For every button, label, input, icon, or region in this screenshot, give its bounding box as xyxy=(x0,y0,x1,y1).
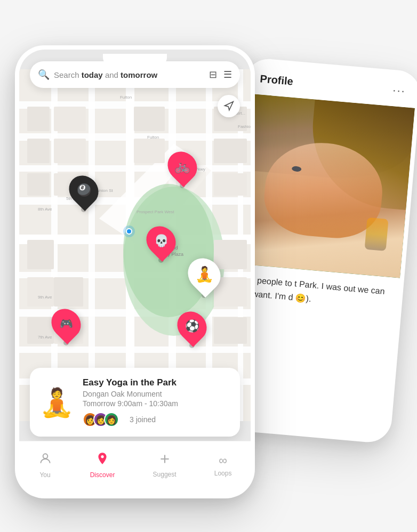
event-emoji: 🧘 xyxy=(39,389,74,416)
event-time: Tomorrow 9:00am - 10:30am xyxy=(83,399,230,408)
event-location: Dongan Oak Monument xyxy=(83,390,230,398)
avatar-3: 👩 xyxy=(104,412,119,427)
loops-label: Loops xyxy=(214,470,232,477)
you-label: You xyxy=(39,471,50,479)
event-title: Easy Yoga in the Park xyxy=(83,377,230,388)
svg-rect-22 xyxy=(27,139,50,163)
svg-rect-31 xyxy=(27,240,54,269)
pin-gaming[interactable]: 🎮 xyxy=(52,308,80,345)
svg-rect-32 xyxy=(27,277,54,307)
svg-text:Fulton: Fulton xyxy=(120,95,132,100)
event-info: Easy Yoga in the Park Dongan Oak Monumen… xyxy=(83,377,230,427)
search-icon: 🔍 xyxy=(38,69,50,80)
svg-rect-29 xyxy=(214,139,247,163)
loops-icon: ∞ xyxy=(219,454,227,467)
svg-rect-21 xyxy=(54,107,86,131)
svg-rect-24 xyxy=(27,173,50,196)
svg-rect-30 xyxy=(214,173,247,196)
svg-text:Union St: Union St xyxy=(97,188,113,193)
search-text: Search today and tomorrow xyxy=(54,70,205,79)
suggest-label: Suggest xyxy=(153,471,177,478)
event-card[interactable]: 🧘 Easy Yoga in the Park Dongan Oak Monum… xyxy=(30,368,240,437)
svg-rect-33 xyxy=(54,277,83,307)
list-icon[interactable]: ☰ xyxy=(223,69,232,80)
svg-text:7th Ave: 7th Ave xyxy=(38,335,52,340)
nav-you[interactable]: You xyxy=(28,447,63,483)
you-icon xyxy=(38,452,52,469)
discover-icon xyxy=(95,452,109,469)
svg-rect-23 xyxy=(54,139,86,163)
joined-count: 3 joined xyxy=(130,415,156,424)
svg-rect-36 xyxy=(214,317,247,344)
location-button[interactable] xyxy=(218,95,240,117)
event-attendees: 👩 👩 👩 3 joined xyxy=(83,412,230,427)
profile-bio-text: her people to t Park. I was out we can k… xyxy=(240,272,388,312)
search-filters: ⊟ ☰ xyxy=(209,69,232,80)
pin-cycling[interactable]: 🚲 xyxy=(169,151,196,188)
bottom-nav: You Discover xyxy=(19,441,251,494)
pin-soccer[interactable]: ⚽ xyxy=(178,311,206,348)
profile-photo xyxy=(233,93,415,278)
filter-icon[interactable]: ⊟ xyxy=(209,69,217,80)
svg-rect-27 xyxy=(134,139,165,163)
suggest-icon xyxy=(158,452,172,469)
pin-skull[interactable]: 💀 xyxy=(147,225,175,263)
profile-title: Profile xyxy=(260,72,294,87)
nav-discover[interactable]: Discover xyxy=(79,447,126,483)
profile-menu-button[interactable]: ··· xyxy=(392,83,406,98)
location-icon xyxy=(223,101,234,111)
discover-label: Discover xyxy=(90,471,115,479)
svg-point-53 xyxy=(43,454,47,458)
svg-text:Prospect Park West: Prospect Park West xyxy=(137,209,174,214)
svg-marker-52 xyxy=(225,102,234,110)
nav-suggest[interactable]: Suggest xyxy=(142,448,187,482)
svg-text:Fulton: Fulton xyxy=(147,135,159,140)
pin-yoga[interactable]: 🧘 xyxy=(189,257,220,298)
svg-rect-20 xyxy=(27,107,50,131)
notch-left xyxy=(103,54,167,66)
phone-left: Grand Army Plaza 8th Ave 5th Ave 9th Ave… xyxy=(15,45,255,498)
pin-billiards[interactable]: 🎱 xyxy=(70,175,98,212)
attendee-avatars: 👩 👩 👩 xyxy=(83,412,119,427)
svg-text:9th Ave: 9th Ave xyxy=(38,295,52,300)
nav-loops[interactable]: ∞ Loops xyxy=(204,449,243,481)
svg-text:Fashion: Fashion xyxy=(238,124,251,129)
svg-text:8th Ave: 8th Ave xyxy=(38,207,52,212)
svg-rect-26 xyxy=(134,107,165,131)
svg-rect-34 xyxy=(27,317,54,344)
user-location-dot xyxy=(123,225,135,237)
